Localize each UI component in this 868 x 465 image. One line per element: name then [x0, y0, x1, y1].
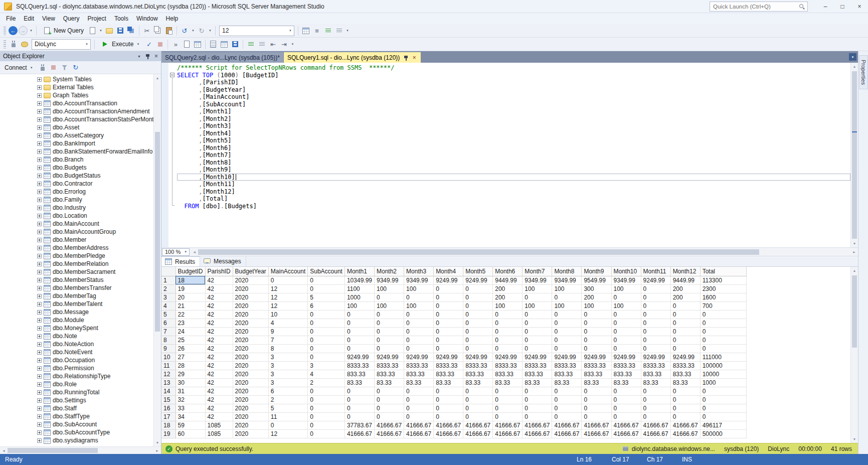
grid-cell[interactable]: 8 [268, 344, 307, 353]
grid-cell[interactable]: 8333.33 [434, 361, 463, 370]
grid-cell[interactable]: 42 [205, 344, 233, 353]
grid-cell[interactable]: 0 [493, 387, 523, 395]
grid-cell[interactable]: 0 [404, 310, 434, 319]
grid-cell[interactable]: 18 [176, 276, 205, 284]
grid-cell[interactable]: 0 [344, 336, 374, 344]
quick-launch-input[interactable] [710, 2, 808, 12]
grid-cell[interactable]: 0 [308, 310, 345, 319]
grid-cell[interactable]: 12 [268, 301, 307, 310]
scroll-right-icon[interactable]: ► [850, 248, 858, 256]
expand-icon[interactable] [37, 294, 42, 298]
row-number[interactable]: 11 [161, 361, 176, 370]
grid-cell[interactable]: 833.33 [523, 370, 552, 378]
tree-item[interactable]: dbo.BankStatementForwardEmailInfo [0, 147, 153, 156]
grid-cell[interactable]: 41666.67 [670, 429, 700, 438]
grid-cell[interactable]: 9549.99 [582, 276, 611, 284]
grid-cell[interactable]: 41666.67 [493, 421, 523, 429]
grid-cell[interactable]: 1600 [700, 293, 746, 301]
nav-forward-icon[interactable]: → [19, 26, 28, 35]
grid-cell[interactable]: 9249.99 [670, 353, 700, 361]
code-line[interactable]: SELECT TOP (1000) [BudgetID] [177, 72, 850, 79]
tree-item[interactable]: dbo.Message [0, 308, 153, 316]
grid-cell[interactable]: 8333.33 [493, 361, 523, 370]
grid-cell[interactable]: 2020 [233, 378, 268, 387]
row-selector-corner[interactable] [161, 267, 176, 276]
grid-cell[interactable]: 100 [344, 301, 374, 310]
column-header[interactable]: Month10 [611, 267, 641, 276]
grid-cell[interactable]: 0 [641, 301, 670, 310]
cancel-query-icon[interactable] [155, 39, 165, 49]
expand-icon[interactable] [37, 422, 42, 427]
grid-cell[interactable]: 0 [344, 319, 374, 327]
expand-icon[interactable] [37, 141, 42, 146]
tree-item[interactable]: dbo.Permission [0, 364, 153, 372]
scroll-thumb[interactable] [852, 275, 857, 348]
expand-icon[interactable] [37, 334, 42, 339]
grid-cell[interactable]: 21 [176, 301, 205, 310]
grid-cell[interactable]: 833.33 [493, 370, 523, 378]
expand-icon[interactable] [37, 246, 42, 250]
grid-cell[interactable]: 0 [582, 336, 611, 344]
grid-cell[interactable]: 9449.99 [670, 276, 700, 284]
expand-icon[interactable] [37, 149, 42, 154]
grid-cell[interactable]: 0 [404, 412, 434, 421]
grid-cell[interactable]: 0 [582, 404, 611, 412]
editor-hscrollbar[interactable]: ◄ ► [191, 248, 858, 256]
grid-cell[interactable]: 2020 [233, 327, 268, 336]
grid-cell[interactable]: 2020 [233, 301, 268, 310]
grid-cell[interactable]: 9349.99 [523, 276, 552, 284]
grid-cell[interactable]: 0 [700, 404, 746, 412]
connect-button[interactable]: Connect▼ [2, 62, 37, 74]
grid-cell[interactable]: 41666.67 [404, 429, 434, 438]
tree-item[interactable]: dbo.MemberTag [0, 292, 153, 300]
grid-cell[interactable]: 0 [611, 412, 641, 421]
tree-item[interactable]: dbo.Occupation [0, 356, 153, 364]
grid-cell[interactable]: 0 [308, 429, 345, 438]
tree-item[interactable]: dbo.Budgets [0, 164, 153, 172]
grid-cell[interactable]: 59 [176, 421, 205, 429]
save-all-icon[interactable] [126, 26, 136, 36]
menu-file[interactable]: File [2, 14, 20, 24]
grid-cell[interactable]: 8333.33 [404, 361, 434, 370]
expand-icon[interactable] [37, 326, 42, 331]
grid-cell[interactable]: 0 [523, 395, 552, 404]
grid-cell[interactable]: 0 [268, 276, 307, 284]
menu-project[interactable]: Project [84, 14, 110, 24]
open-file-icon[interactable] [104, 26, 114, 36]
grid-cell[interactable]: 42 [205, 336, 233, 344]
toolbar-grip[interactable] [4, 40, 6, 49]
grid-cell[interactable]: 100 [611, 301, 641, 310]
grid-cell[interactable]: 0 [463, 395, 493, 404]
grid-cell[interactable]: 833.33 [434, 370, 463, 378]
tree-item[interactable]: dbo.MembersTransfer [0, 284, 153, 292]
cut-icon[interactable]: ✂ [142, 26, 152, 36]
grid-cell[interactable]: 0 [670, 387, 700, 395]
grid-cell[interactable]: 23 [176, 319, 205, 327]
column-header[interactable]: Month7 [523, 267, 552, 276]
grid-cell[interactable]: 0 [670, 395, 700, 404]
tree-item[interactable]: dbo.MemberSacrament [0, 268, 153, 276]
grid-cell[interactable]: 0 [434, 336, 463, 344]
code-line[interactable]: /****** Script for SelectTopNRows comman… [177, 64, 850, 72]
grid-cell[interactable]: 0 [434, 404, 463, 412]
properties-window-icon[interactable]: ≡ [312, 26, 322, 36]
grid-cell[interactable]: 0 [344, 404, 374, 412]
grid-cell[interactable]: 833.33 [611, 370, 641, 378]
grid-cell[interactable]: 0 [463, 301, 493, 310]
column-header[interactable]: BudgetYear [233, 267, 268, 276]
grid-cell[interactable]: 0 [552, 336, 582, 344]
tab-sqlquery2[interactable]: SQLQuery2.sql - dio...Lync (sysdba (105)… [161, 52, 283, 63]
grid-cell[interactable]: 42 [205, 404, 233, 412]
scroll-down-icon[interactable]: ▼ [851, 240, 858, 247]
grid-cell[interactable]: 0 [493, 327, 523, 336]
grid-cell[interactable]: 0 [344, 412, 374, 421]
grid-cell[interactable]: 8333.33 [375, 361, 404, 370]
grid-cell[interactable]: 41666.67 [611, 421, 641, 429]
results-to-file-icon[interactable] [230, 39, 240, 49]
grid-cell[interactable]: 24 [176, 327, 205, 336]
grid-cell[interactable]: 0 [493, 404, 523, 412]
code-line[interactable]: ,[Month12] [177, 188, 850, 196]
results-to-text-icon[interactable] [208, 39, 218, 49]
grid-cell[interactable]: 0 [434, 327, 463, 336]
grid-cell[interactable]: 0 [611, 310, 641, 319]
